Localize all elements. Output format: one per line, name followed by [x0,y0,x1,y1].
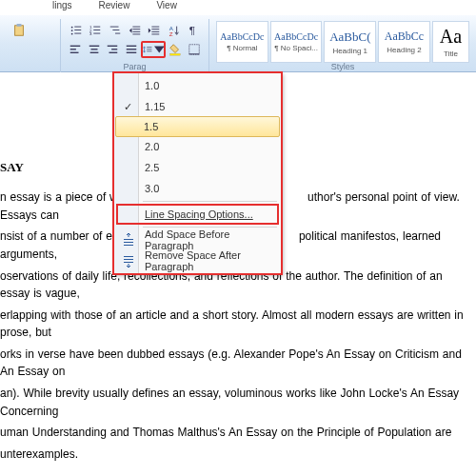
para: orks in verse have been dubbed essays (e… [0,346,472,381]
svg-rect-39 [127,52,137,53]
svg-rect-49 [124,256,133,257]
style-heading-1[interactable]: AaBbC(Heading 1 [324,21,376,63]
spacing-2-5[interactable]: 2.5 [116,157,279,178]
line-spacing-options[interactable]: Line Spacing Options... [116,204,279,225]
svg-rect-24 [151,34,159,35]
svg-rect-36 [109,52,118,53]
numbering-button[interactable]: 123 [87,22,106,39]
svg-point-6 [71,33,73,35]
svg-rect-16 [115,33,120,34]
menu-item[interactable]: lings [52,0,72,15]
svg-rect-45 [189,53,200,54]
svg-rect-43 [170,53,181,55]
svg-rect-9 [94,27,101,28]
align-left-button[interactable] [67,41,85,58]
menu-item[interactable]: View [156,0,177,15]
spacing-1-0[interactable]: 1.0 [116,75,279,96]
svg-rect-48 [124,245,133,246]
svg-rect-7 [74,33,81,34]
svg-rect-46 [124,239,133,240]
svg-rect-37 [127,46,137,47]
svg-rect-11 [94,30,101,30]
svg-rect-42 [147,51,151,52]
svg-rect-28 [70,46,81,47]
style-title[interactable]: AaTitle [432,21,469,63]
svg-point-4 [71,30,73,31]
style-normal[interactable]: AaBbCcDc¶ Normal [216,21,268,63]
svg-rect-33 [89,52,98,53]
style-heading-2[interactable]: AaBbCcHeading 2 [378,21,430,63]
remove-space-after-paragraph[interactable]: Remove Space After Paragraph [116,250,279,271]
decrease-indent-button[interactable] [126,22,145,39]
svg-rect-18 [132,29,140,30]
svg-rect-47 [124,242,133,243]
sort-button[interactable]: AZ [165,22,184,39]
svg-point-2 [71,27,73,29]
svg-rect-15 [112,30,119,30]
increase-indent-button[interactable] [145,22,164,39]
spacing-1-15[interactable]: 1.15 [116,96,279,117]
justify-button[interactable] [123,41,141,58]
svg-rect-31 [89,46,100,47]
svg-rect-19 [132,31,140,32]
svg-text:¶: ¶ [189,25,195,36]
svg-rect-32 [90,49,97,50]
line-spacing-dropdown: 1.0 1.15 1.5 2.0 2.5 3.0 Line Spacing Op… [113,72,282,274]
svg-rect-51 [124,262,133,263]
svg-rect-0 [15,26,24,36]
menu-bar: lings Review View [0,0,476,15]
style-no-spacing[interactable]: AaBbCcDc¶ No Spaci... [270,21,323,63]
ribbon: 123 AZ ¶ Parag AaBbCcDc¶ Normal AaBbCcDc… [0,15,476,72]
svg-text:Z: Z [169,30,172,37]
spacing-2-0[interactable]: 2.0 [116,136,279,157]
styles-group: AaBbCcDc¶ Normal AaBbCcDc¶ No Spaci... A… [209,19,476,72]
svg-rect-34 [108,46,118,47]
svg-rect-38 [127,49,137,50]
svg-text:3: 3 [89,31,92,36]
para: uman Understanding and Thomas Malthus's … [0,424,472,442]
align-center-button[interactable] [86,41,104,58]
svg-rect-29 [70,49,76,50]
add-space-before-paragraph[interactable]: Add Space Before Paragraph [116,229,279,250]
paste-button[interactable] [10,22,29,39]
svg-rect-40 [147,47,151,48]
para: unterexamples. [0,446,472,464]
paragraph-group: 123 AZ ¶ Parag [61,19,209,72]
svg-rect-13 [94,33,101,34]
svg-rect-17 [132,27,140,28]
svg-rect-3 [74,27,81,28]
svg-rect-22 [151,29,159,30]
show-paragraph-marks-button[interactable]: ¶ [184,22,203,39]
shading-button[interactable] [167,41,185,58]
multilevel-list-button[interactable] [106,22,125,39]
borders-button[interactable] [186,41,204,58]
spacing-3-0[interactable]: 3.0 [116,178,279,199]
svg-rect-21 [151,27,159,28]
svg-rect-23 [151,31,159,32]
line-spacing-button[interactable] [141,41,166,58]
bullets-button[interactable] [67,22,86,39]
svg-rect-14 [110,27,119,28]
svg-rect-5 [74,30,81,30]
para: an). While brevity usually defines an es… [0,385,472,420]
paragraph-label: Parag [61,62,208,71]
styles-label: Styles [209,62,476,71]
clipboard-group [4,19,61,72]
svg-rect-30 [70,52,79,53]
spacing-1-5[interactable]: 1.5 [115,116,280,137]
svg-rect-20 [132,34,140,35]
remove-space-after-icon [121,253,136,268]
svg-rect-35 [111,49,117,50]
menu-item[interactable]: Review [99,0,130,15]
svg-rect-41 [147,49,151,50]
align-right-button[interactable] [104,41,122,58]
add-space-before-icon [121,232,136,248]
svg-rect-44 [189,45,200,55]
svg-rect-1 [16,24,21,27]
svg-rect-50 [124,259,133,260]
para: erlapping with those of an article and a… [0,307,472,342]
